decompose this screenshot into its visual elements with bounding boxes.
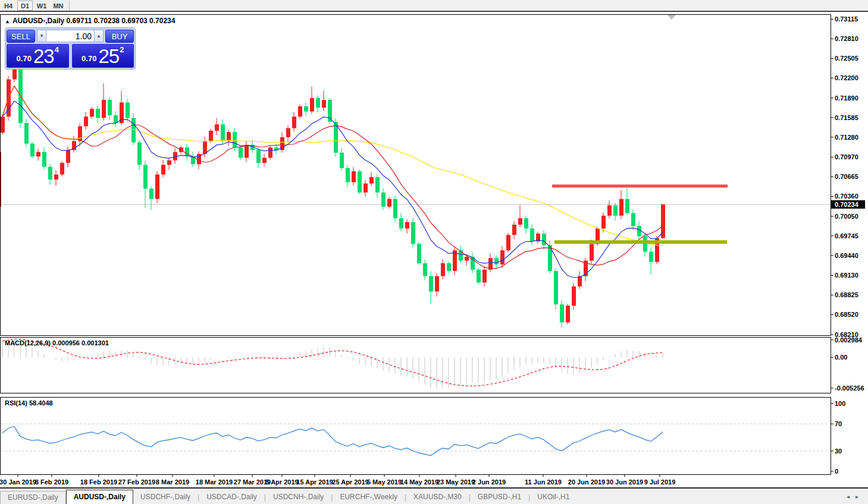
candle-body	[262, 158, 267, 163]
tab-scroll-left-icon[interactable]: ◂	[847, 493, 856, 500]
candle-body	[322, 100, 326, 108]
price-tick-label: 0.73115	[835, 15, 858, 23]
macd-pane[interactable]	[1, 338, 831, 393]
time-tick-label: 30 Jan 2019	[0, 478, 36, 486]
candle-body	[36, 152, 40, 157]
candle-body	[542, 234, 546, 245]
candle-body	[143, 165, 148, 188]
tab-scroll-arrows[interactable]: ◂▸	[847, 493, 864, 500]
candle-body	[607, 206, 612, 216]
timeframe-button-h4[interactable]: H4	[1, 1, 16, 11]
candle-body	[423, 263, 427, 276]
candle-body	[393, 199, 397, 218]
sell-price-box[interactable]: 0.70 23 4	[7, 44, 69, 68]
candle-body	[340, 153, 344, 168]
candle-body	[227, 132, 231, 141]
candle-body	[601, 216, 606, 229]
candle-body	[352, 171, 356, 182]
candle-body	[1, 116, 5, 133]
price-tick-label: 0.71890	[835, 94, 858, 102]
time-tick-label: 14 May 2019	[400, 478, 438, 486]
chart-window: 0.731150.728100.725050.722000.718900.715…	[0, 13, 868, 487]
tab-gbpusd-h1[interactable]: GBPUSD-,H1	[471, 491, 528, 504]
buy-price-big: 25	[98, 48, 119, 65]
candle-body	[209, 131, 213, 141]
chart-area[interactable]: 0.731150.728100.725050.722000.718900.715…	[0, 13, 868, 487]
rsi-tick-label: 70	[835, 420, 842, 427]
timeframe-button-d1[interactable]: D1	[17, 1, 33, 11]
candle-body	[435, 276, 439, 292]
time-tick-label: 2 Jun 2019	[472, 478, 506, 486]
candle-body	[298, 106, 302, 116]
candle-body	[643, 236, 647, 251]
time-axis[interactable]: 30 Jan 20198 Feb 201918 Feb 201927 Feb 2…	[0, 475, 675, 486]
scroll-to-end-marker[interactable]	[668, 15, 676, 20]
tab-scroll-right-icon[interactable]: ▸	[856, 493, 864, 500]
time-tick-label: 11 Jun 2019	[525, 478, 562, 486]
candle-body	[316, 98, 320, 108]
rsi-pane[interactable]	[1, 398, 831, 475]
candle-body	[572, 286, 576, 305]
macd-tick-label: 0.002984	[835, 336, 863, 344]
tab-eurchf-weekly[interactable]: EURCHF-,Weekly	[333, 491, 404, 504]
current-price-tag-label: 0.70234	[835, 201, 859, 208]
candle-body	[375, 177, 380, 193]
candle-body	[482, 270, 487, 283]
candle-body	[48, 167, 52, 180]
one-click-panel-toggle[interactable]: ▲	[5, 18, 10, 24]
candle-body	[42, 152, 46, 167]
price-tick-label: 0.70970	[835, 153, 858, 160]
candle-body	[221, 124, 225, 141]
rsi-label: RSI(14) 58.4048	[5, 399, 53, 407]
candle-body	[310, 98, 314, 112]
candle-body	[661, 204, 665, 238]
volume-decrease-button[interactable]: ▼	[37, 30, 46, 42]
candle-body	[512, 225, 516, 235]
timeframe-button-mn[interactable]: MN	[51, 1, 66, 11]
terminal-window: H4D1W1MN 0.731150.728100.725050.722000.7…	[0, 0, 868, 504]
candle-body	[233, 132, 237, 147]
candle-body	[108, 100, 112, 115]
buy-price-prefix: 0.70	[82, 54, 96, 63]
price-tick-label: 0.69130	[835, 272, 858, 279]
price-axis[interactable]: 0.731150.728100.725050.722000.718900.715…	[831, 15, 866, 338]
tab-usdcad-daily[interactable]: USDCAD-,Daily	[199, 491, 264, 504]
tab-audusd-daily[interactable]: AUDUSD-,Daily	[66, 490, 133, 504]
candle-body	[649, 251, 653, 262]
macd-axis[interactable]: 0.0029840.00-0.005256	[831, 336, 864, 392]
time-tick-label: 18 Feb 2019	[80, 478, 117, 486]
candle-body	[506, 235, 510, 250]
candle-body	[358, 171, 362, 193]
buy-button[interactable]: BUY	[105, 30, 134, 43]
timeframe-button-w1[interactable]: W1	[34, 1, 49, 11]
rsi-axis[interactable]: 10070300	[831, 400, 846, 475]
candle-body	[256, 150, 261, 163]
time-tick-label: 8 Feb 2019	[35, 478, 68, 486]
buy-price-pip: 2	[120, 45, 124, 54]
sell-price-pip: 4	[55, 45, 59, 54]
time-tick-label: 23 May 2019	[437, 478, 475, 486]
volume-increase-button[interactable]: ▲	[94, 30, 104, 42]
tab-usdcnh-daily[interactable]: USDCNH-,Daily	[266, 491, 331, 504]
candle-body	[149, 188, 153, 199]
time-tick-label: 5 Apr 2019	[265, 478, 298, 486]
tab-eurusd-daily[interactable]: EURUSD-,Daily	[0, 491, 66, 504]
sell-button[interactable]: SELL	[7, 30, 35, 43]
price-tick-label: 0.69440	[835, 252, 858, 259]
candle-body	[560, 304, 564, 322]
buy-price-box[interactable]: 0.70 25 2	[72, 44, 134, 68]
tab-ukoil-h1[interactable]: UKOil-,H1	[530, 491, 576, 504]
volume-input[interactable]	[46, 30, 94, 42]
tab-usdchf-daily[interactable]: USDCHF-,Daily	[133, 491, 198, 504]
candle-body	[459, 250, 463, 260]
tab-xauusd-m30[interactable]: XAUUSD-,M30	[406, 491, 469, 504]
candle-body	[405, 222, 409, 229]
candle-body	[631, 213, 635, 226]
candle-body	[245, 145, 249, 158]
price-tick-label: 0.68520	[835, 311, 858, 318]
candle-body	[399, 218, 403, 228]
candle-body	[292, 116, 296, 128]
candle-body	[441, 263, 445, 276]
candle-body	[304, 106, 308, 112]
sell-price-big: 23	[33, 48, 54, 65]
